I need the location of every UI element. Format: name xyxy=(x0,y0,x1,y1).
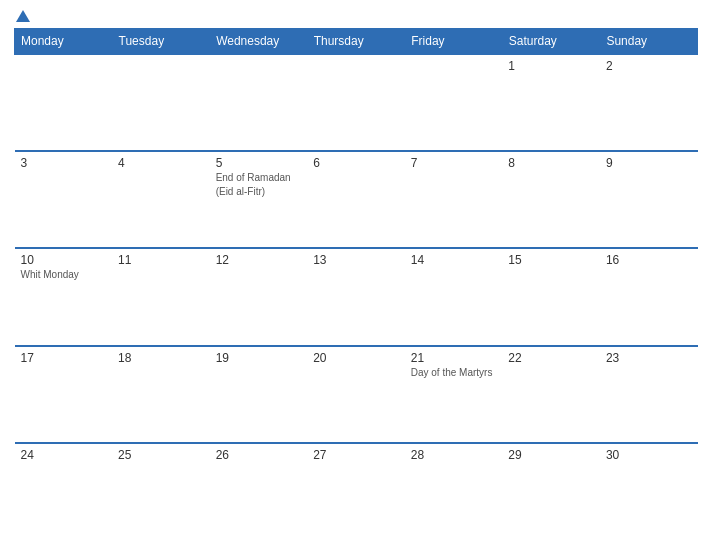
calendar-cell: 18 xyxy=(112,346,210,443)
calendar-table: Monday Tuesday Wednesday Thursday Friday… xyxy=(14,28,698,540)
calendar-cell: 24 xyxy=(15,443,113,540)
calendar-cell: 4 xyxy=(112,151,210,248)
header-monday: Monday xyxy=(15,29,113,55)
calendar-cell: 2 xyxy=(600,54,698,151)
calendar-cell: 5End of Ramadan (Eid al-Fitr) xyxy=(210,151,308,248)
calendar-cell: 19 xyxy=(210,346,308,443)
calendar-cell: 12 xyxy=(210,248,308,345)
day-number: 20 xyxy=(313,351,399,365)
day-number: 22 xyxy=(508,351,594,365)
calendar-cell: 20 xyxy=(307,346,405,443)
day-number: 9 xyxy=(606,156,692,170)
calendar-cell: 10Whit Monday xyxy=(15,248,113,345)
calendar-cell: 28 xyxy=(405,443,503,540)
calendar-cell: 27 xyxy=(307,443,405,540)
day-number: 28 xyxy=(411,448,497,462)
day-number: 7 xyxy=(411,156,497,170)
day-number: 3 xyxy=(21,156,107,170)
calendar-cell xyxy=(210,54,308,151)
week-row-5: 24252627282930 xyxy=(15,443,698,540)
days-header-row: Monday Tuesday Wednesday Thursday Friday… xyxy=(15,29,698,55)
page: Monday Tuesday Wednesday Thursday Friday… xyxy=(0,0,712,550)
day-number: 5 xyxy=(216,156,302,170)
day-number: 4 xyxy=(118,156,204,170)
header-wednesday: Wednesday xyxy=(210,29,308,55)
calendar-cell: 6 xyxy=(307,151,405,248)
week-row-4: 1718192021Day of the Martyrs2223 xyxy=(15,346,698,443)
header-saturday: Saturday xyxy=(502,29,600,55)
calendar-cell: 26 xyxy=(210,443,308,540)
day-number: 12 xyxy=(216,253,302,267)
header-thursday: Thursday xyxy=(307,29,405,55)
logo-triangle-icon xyxy=(16,10,30,22)
day-number: 27 xyxy=(313,448,399,462)
calendar-cell: 25 xyxy=(112,443,210,540)
day-number: 24 xyxy=(21,448,107,462)
day-number: 2 xyxy=(606,59,692,73)
calendar-cell: 11 xyxy=(112,248,210,345)
calendar-cell: 3 xyxy=(15,151,113,248)
day-number: 1 xyxy=(508,59,594,73)
day-number: 13 xyxy=(313,253,399,267)
calendar-cell: 21Day of the Martyrs xyxy=(405,346,503,443)
day-number: 25 xyxy=(118,448,204,462)
calendar-cell: 23 xyxy=(600,346,698,443)
day-number: 17 xyxy=(21,351,107,365)
header-friday: Friday xyxy=(405,29,503,55)
event-label: End of Ramadan (Eid al-Fitr) xyxy=(216,172,291,197)
calendar-cell: 17 xyxy=(15,346,113,443)
day-number: 30 xyxy=(606,448,692,462)
calendar-cell: 9 xyxy=(600,151,698,248)
day-number: 10 xyxy=(21,253,107,267)
day-number: 21 xyxy=(411,351,497,365)
week-row-2: 345End of Ramadan (Eid al-Fitr)6789 xyxy=(15,151,698,248)
week-row-1: 12 xyxy=(15,54,698,151)
day-number: 23 xyxy=(606,351,692,365)
calendar-cell: 14 xyxy=(405,248,503,345)
day-number: 11 xyxy=(118,253,204,267)
calendar-cell: 8 xyxy=(502,151,600,248)
logo xyxy=(14,10,30,22)
calendar-cell: 29 xyxy=(502,443,600,540)
event-label: Day of the Martyrs xyxy=(411,367,493,378)
calendar-cell xyxy=(15,54,113,151)
day-number: 8 xyxy=(508,156,594,170)
day-number: 16 xyxy=(606,253,692,267)
calendar-cell: 7 xyxy=(405,151,503,248)
calendar-cell: 22 xyxy=(502,346,600,443)
day-number: 19 xyxy=(216,351,302,365)
day-number: 6 xyxy=(313,156,399,170)
day-number: 18 xyxy=(118,351,204,365)
calendar-cell xyxy=(405,54,503,151)
event-label: Whit Monday xyxy=(21,269,79,280)
header-tuesday: Tuesday xyxy=(112,29,210,55)
week-row-3: 10Whit Monday111213141516 xyxy=(15,248,698,345)
day-number: 26 xyxy=(216,448,302,462)
calendar-cell: 13 xyxy=(307,248,405,345)
header xyxy=(14,10,698,22)
calendar-cell: 30 xyxy=(600,443,698,540)
day-number: 15 xyxy=(508,253,594,267)
calendar-cell xyxy=(307,54,405,151)
calendar-cell: 16 xyxy=(600,248,698,345)
calendar-cell: 1 xyxy=(502,54,600,151)
day-number: 14 xyxy=(411,253,497,267)
calendar-cell: 15 xyxy=(502,248,600,345)
calendar-cell xyxy=(112,54,210,151)
header-sunday: Sunday xyxy=(600,29,698,55)
day-number: 29 xyxy=(508,448,594,462)
